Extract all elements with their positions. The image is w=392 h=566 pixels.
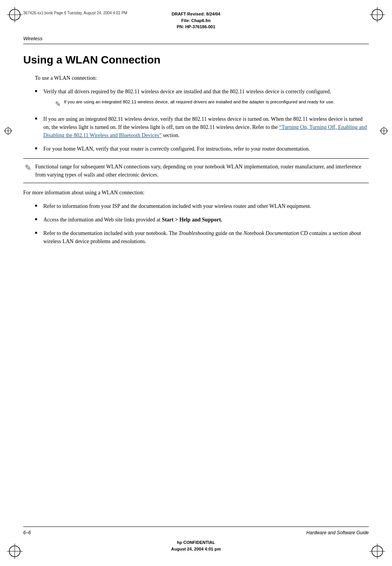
corner-mark-tr: [370, 7, 385, 22]
more-bullet2-before: Access the information and Web site link…: [43, 217, 162, 223]
for-more-intro: For more information about using a WLAN …: [23, 189, 369, 197]
footer-page-num: 6–6: [23, 530, 31, 535]
bullet-list: Verify that all drivers required by the …: [35, 87, 369, 153]
more-bullet1-text: Refer to information from your ISP and t…: [43, 203, 311, 209]
page-info-text: 367426-xx1.book Page 6 Tuesday, August 2…: [23, 11, 127, 15]
section-label-text: Wireless: [23, 36, 43, 41]
side-mark-right: [380, 127, 388, 137]
footer-content: 6–6 Hardware and Software Guide: [0, 527, 392, 535]
functional-note-box: ✎ Functional range for subsequent WLAN c…: [23, 158, 369, 183]
more-bullet-3: Refer to the documentation included with…: [35, 229, 369, 245]
corner-mark-tl: [7, 7, 22, 22]
draft-line1: DRAFT Revised: 8/24/04: [172, 12, 221, 16]
more-bullet3-before: Refer to the documentation included with…: [43, 230, 179, 236]
bullet2-text-after: section.: [161, 132, 180, 138]
more-bullet3-italic1: Troubleshooting: [179, 230, 214, 236]
more-bullet3-italic2: Notebook Documentation: [243, 230, 299, 236]
section-label: Wireless: [0, 32, 392, 44]
main-content: Using a WLAN Connection To use a WLAN co…: [0, 44, 392, 246]
footer-confidential-line2: August 24, 2004 4:01 pm: [171, 547, 221, 551]
bullet1-text: Verify that all drivers required by the …: [43, 89, 331, 94]
footer-confidential-line1: hp CONFIDENTIAL: [177, 540, 215, 545]
footer: 6–6 Hardware and Software Guide hp CONFI…: [0, 527, 392, 552]
functional-note-text: Functional range for subsequent WLAN con…: [35, 163, 369, 179]
more-bullet3-mid: guide on the: [214, 230, 243, 236]
side-mark-left: [4, 127, 12, 137]
more-bullet-2: Access the information and Web site link…: [35, 216, 369, 224]
header-draft: DRAFT Revised: 8/24/04 File: Chap6.fm PN…: [0, 0, 392, 32]
draft-line2: File: Chap6.fm: [181, 18, 211, 23]
bullet-item-1: Verify that all drivers required by the …: [35, 87, 369, 110]
more-bullet2-bold: Start > Help and Support.: [162, 217, 222, 223]
bullet-item-3: For your home WLAN, verify that your rou…: [35, 145, 369, 153]
chapter-title: Using a WLAN Connection: [23, 53, 369, 67]
footer-guide-title: Hardware and Software Guide: [306, 530, 369, 535]
bullet3-text: For your home WLAN, verify that your rou…: [43, 146, 310, 152]
footer-center: hp CONFIDENTIAL August 24, 2004 4:01 pm: [0, 535, 392, 552]
page: 367426-xx1.book Page 6 Tuesday, August 2…: [0, 0, 392, 566]
more-bullet-list: Refer to information from your ISP and t…: [35, 202, 369, 245]
note-text-1: If you are using an integrated 802.11 wi…: [64, 99, 334, 105]
intro-text: To use a WLAN connection:: [35, 74, 369, 82]
functional-note-icon: ✎: [25, 163, 31, 172]
draft-line3: PN: HP-376186-001: [177, 24, 216, 29]
more-bullet-1: Refer to information from your ISP and t…: [35, 202, 369, 210]
page-info-bar: 367426-xx1.book Page 6 Tuesday, August 2…: [23, 11, 127, 15]
note-box-1: ✎ If you are using an integrated 802.11 …: [55, 99, 369, 110]
note-icon-1: ✎: [55, 99, 61, 110]
bullet-item-2: If you are using an integrated 802.11 wi…: [35, 115, 369, 139]
